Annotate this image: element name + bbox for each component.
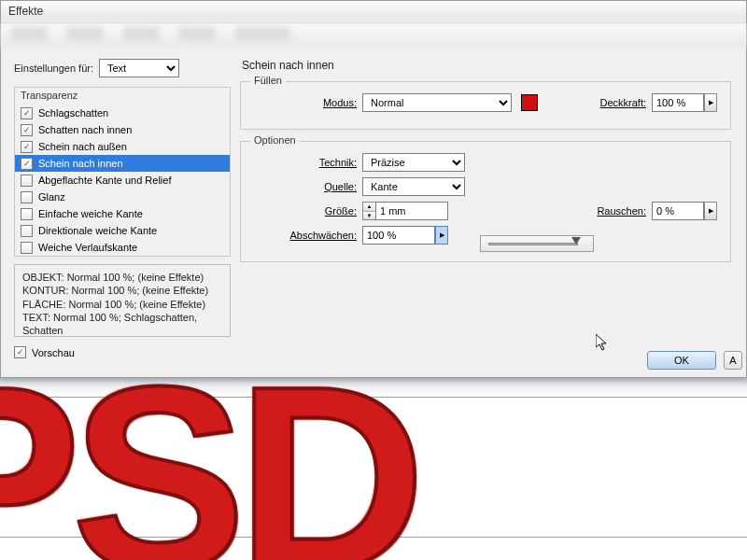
transparency-legend: Transparenz xyxy=(15,88,230,105)
color-swatch[interactable] xyxy=(521,94,538,111)
choke-popup-icon[interactable]: ▶ xyxy=(435,226,448,245)
opacity-popup-icon[interactable]: ▶ xyxy=(704,93,717,112)
more-button[interactable]: A xyxy=(724,351,742,370)
fill-group: Füllen Modus: Normal Deckkraft: ▶ xyxy=(240,81,731,130)
effect-label: Abgeflachte Kante und Relief xyxy=(38,175,172,186)
options-legend: Optionen xyxy=(250,134,300,146)
list-item[interactable]: ✓Schein nach innen xyxy=(15,155,230,172)
source-label: Quelle: xyxy=(324,181,357,192)
summary-line: OBJEKT: Normal 100 %; (keine Effekte) xyxy=(22,271,222,284)
effect-label: Schein nach innen xyxy=(38,158,123,169)
effect-label: Schatten nach innen xyxy=(38,124,132,135)
preview-label: Vorschau xyxy=(32,347,75,358)
list-item[interactable]: ✓Direktionale weiche Kante xyxy=(15,222,230,239)
effect-checkbox[interactable]: ✓ xyxy=(21,141,33,153)
effect-checkbox[interactable]: ✓ xyxy=(21,242,33,254)
blurred-app-toolbar xyxy=(1,23,746,48)
sample-text: PSD xyxy=(0,378,416,560)
summary-line: TEXT: Normal 100 %; Schlagschatten, Scha… xyxy=(22,311,222,337)
noise-popup-icon[interactable]: ▶ xyxy=(704,202,717,220)
list-item[interactable]: ✓Schlagschatten xyxy=(15,105,230,121)
effect-checkbox[interactable]: ✓ xyxy=(21,124,33,136)
effect-checkbox[interactable]: ✓ xyxy=(21,107,33,119)
list-item[interactable]: ✓Abgeflachte Kante und Relief xyxy=(15,172,230,189)
list-item[interactable]: ✓Glanz xyxy=(15,189,230,205)
effect-checkbox[interactable]: ✓ xyxy=(21,158,33,170)
dialog-title: Effekte xyxy=(1,1,746,23)
panel-title: Schein nach innen xyxy=(242,59,731,72)
slider-track[interactable] xyxy=(488,243,578,245)
transparency-group: Transparenz ✓Schlagschatten✓Schatten nac… xyxy=(14,87,231,257)
list-item[interactable]: ✓Schein nach außen xyxy=(15,138,230,155)
opacity-label: Deckkraft: xyxy=(599,97,646,108)
effects-list[interactable]: ✓Schlagschatten✓Schatten nach innen✓Sche… xyxy=(15,105,230,256)
effect-checkbox[interactable]: ✓ xyxy=(21,225,33,237)
effect-label: Einfache weiche Kante xyxy=(38,208,143,219)
summary-line: KONTUR: Normal 100 %; (keine Effekte) xyxy=(22,284,222,297)
mode-label: Modus: xyxy=(323,97,357,108)
list-item[interactable]: ✓Weiche Verlaufskante xyxy=(15,239,230,256)
effect-checkbox[interactable]: ✓ xyxy=(21,191,33,203)
mode-select[interactable]: Normal xyxy=(362,93,512,112)
effect-checkbox[interactable]: ✓ xyxy=(21,175,33,187)
ok-button[interactable]: OK xyxy=(647,351,716,370)
choke-label: Abschwächen: xyxy=(289,230,357,241)
effects-dialog: Effekte Einstellungen für: Text Transpar… xyxy=(0,0,747,378)
size-label: Größe: xyxy=(325,205,357,217)
slider-thumb[interactable] xyxy=(571,237,581,245)
list-item[interactable]: ✓Schatten nach innen xyxy=(15,121,230,138)
settings-for-select[interactable]: Text xyxy=(99,59,179,77)
document-canvas: PSD xyxy=(0,378,747,560)
noise-label: Rauschen: xyxy=(597,205,646,217)
technique-label: Technik: xyxy=(319,157,357,168)
effect-label: Schein nach außen xyxy=(38,141,127,152)
summary-line: FLÄCHE: Normal 100 %; (keine Effekte) xyxy=(22,298,222,311)
source-select[interactable]: Kante xyxy=(362,177,465,196)
size-spinner[interactable]: ▲▼ xyxy=(362,202,375,220)
technique-select[interactable]: Präzise xyxy=(362,153,465,172)
size-input[interactable] xyxy=(375,202,448,220)
fill-legend: Füllen xyxy=(250,75,286,86)
effect-label: Weiche Verlaufskante xyxy=(38,242,137,253)
opacity-input[interactable] xyxy=(652,93,704,112)
effect-label: Glanz xyxy=(38,191,65,203)
list-item[interactable]: ✓Einfache weiche Kante xyxy=(15,205,230,222)
settings-for-label: Einstellungen für: xyxy=(14,63,93,74)
object-summary-box: OBJEKT: Normal 100 %; (keine Effekte) KO… xyxy=(14,264,231,337)
choke-input[interactable] xyxy=(362,226,435,245)
effect-checkbox[interactable]: ✓ xyxy=(21,208,33,220)
effect-label: Schlagschatten xyxy=(38,107,108,119)
noise-input[interactable] xyxy=(652,202,704,220)
preview-checkbox[interactable]: ✓ xyxy=(14,346,26,358)
slider-popout[interactable] xyxy=(480,235,594,252)
effect-label: Direktionale weiche Kante xyxy=(38,225,157,236)
